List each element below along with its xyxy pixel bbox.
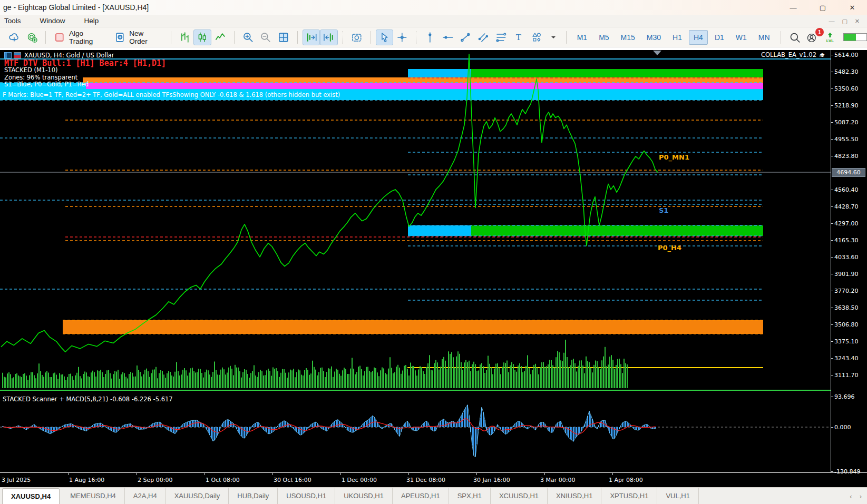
window-title: ge - Eightcap Global Limited - [XAUUSD,H… [3,3,149,12]
camera-icon[interactable] [348,29,366,45]
price-axis-tick: 4033.60 [834,254,859,261]
time-axis-tick-mark [476,473,477,475]
timeframe-mn-button[interactable]: MN [754,30,775,45]
menu-window[interactable]: Window [40,17,65,25]
toolbar-separator [343,31,343,44]
auto-scroll-icon[interactable] [303,29,320,45]
profile-icon[interactable]: 1 [803,29,821,45]
zones-text: Zones: 96% transparent [4,74,77,81]
price-axis-tick-mark [831,341,833,342]
symbol-tab-usousd-h1[interactable]: USOUSD,H1 [278,488,335,504]
symbol-tab-xauusd-daily[interactable]: XAUUSD,Daily [166,488,229,504]
chart-shift-icon[interactable] [320,29,338,45]
symbol-tab-xniusd-h1[interactable]: XNIUSD,H1 [548,488,601,504]
child-close-button[interactable]: ✕ [855,18,860,25]
fibonacci-icon[interactable] [492,29,510,45]
time-axis-tick-mark [408,473,409,475]
graduation-cap-icon[interactable]: 🎓︎ [819,51,825,58]
child-minimize-button[interactable]: — [829,18,834,24]
zone-green-top [471,69,763,77]
cloud-upload-icon[interactable] [5,29,23,45]
algo-trading-button[interactable]: Algo Trading [51,29,111,45]
cursor-icon[interactable] [376,29,394,45]
price-axis-tick: 3111.70 [834,372,859,379]
symbol-tab-apeusd-h1[interactable]: APEUSD,H1 [393,488,449,504]
price-axis-tick: 4955.50 [834,136,859,143]
timeframe-m5-button[interactable]: M5 [594,30,613,45]
timeframe-h1-button[interactable]: H1 [668,30,687,45]
price-axis-tick-mark [831,190,833,190]
menu-help[interactable]: Help [84,17,99,25]
crosshair-icon[interactable] [393,29,411,45]
price-axis-tick: 5218.90 [834,102,859,109]
timeframe-m15-button[interactable]: M15 [616,30,640,45]
price-axis-tick: 3901.90 [834,271,859,278]
timeframe-m1-button[interactable]: M1 [572,30,592,45]
toolbar-separator [781,31,781,44]
zoom-in-icon[interactable] [239,29,257,45]
community-icon[interactable] [23,29,41,45]
shapes-icon[interactable] [528,29,545,45]
price-axis-tick: 4297.00 [834,220,859,227]
symbol-tab-memeusd-h4[interactable]: MEMEUSD,H4 [62,488,125,504]
indicator-axis-tick-mark [831,397,833,397]
symbol-tab-xptusd-h1[interactable]: XPTUSD,H1 [601,488,657,504]
lvl-icon[interactable]: LVL [821,29,839,45]
price-axis-tick-mark [831,72,833,72]
chart-region[interactable] [0,50,867,487]
menu-tools[interactable]: Tools [4,17,21,25]
symbol-tab-vul-h1[interactable]: VUL,H1 [657,488,699,504]
price-axis-tick-mark [831,55,833,55]
symbol-title: XAUUSD, H4: Gold / US Dollar [4,52,114,59]
tab-scroll-arrows: ‹› [850,488,862,504]
price-axis-tick-mark [831,88,833,89]
symbol-tab-a2a-h4[interactable]: A2A,H4 [125,488,166,504]
child-window-controls: —▢✕ [829,15,860,27]
time-axis-tick-mark [68,473,69,475]
time-axis-label: 3 Jul 2025 [2,477,31,483]
horizontal-line-icon[interactable] [439,29,457,45]
pane-separator[interactable] [0,390,831,391]
algo-trading-label: Algo Trading [69,29,109,45]
close-button[interactable]: ✕ [837,0,867,15]
symbol-tab-xauusd-h4[interactable]: XAUUSD,H4 [2,488,60,504]
price-axis-tick: 3243.40 [834,355,859,362]
symbol-tab-xcuusd-h1[interactable]: XCUUSD,H1 [491,488,548,504]
vertical-line-icon[interactable] [421,29,439,45]
timeframe-h4-button[interactable]: H4 [689,30,708,45]
text-icon[interactable]: T [510,29,528,45]
price-axis-tick-mark [831,375,833,375]
new-order-button[interactable]: New Order [111,29,166,45]
maximize-button[interactable]: ▢ [808,0,837,15]
indicator-axis-tick: 93.696 [834,393,855,400]
time-axis[interactable]: 3 Jul 20251 Aug 16:002 Sep 00:001 Oct 08… [0,472,867,487]
window-controls: — ▢ ✕ [778,0,867,15]
price-axis-tick-mark [831,358,833,359]
toolbar-separator [234,31,235,44]
channel-icon[interactable] [474,29,492,45]
symbol-tab-spx-h1[interactable]: SPX,H1 [449,488,491,504]
symbol-tab-ukousd-h1[interactable]: UKOUSD,H1 [335,488,393,504]
trendline-icon[interactable] [456,29,474,45]
time-axis-tick-mark [137,473,137,475]
indicator-axis-tick-mark [831,471,833,472]
symbol-tab-hub-daily[interactable]: HUB,Daily [229,488,278,504]
time-axis-label: 1 Dec 00:00 [342,477,377,483]
minimize-button[interactable]: — [778,0,808,15]
bar-chart-icon[interactable] [176,29,194,45]
timeframe-d1-button[interactable]: D1 [710,30,729,45]
child-restore-button[interactable]: ▢ [842,18,847,25]
toolbar-separator [45,31,46,44]
dropdown-arrow-icon[interactable] [545,29,561,45]
tabs-scroll-right-icon[interactable]: › [860,492,862,500]
search-icon[interactable] [786,29,804,45]
tabs-scroll-left-icon[interactable]: ‹ [850,492,852,500]
zoom-out-icon[interactable] [257,29,275,45]
volume-histogram [3,340,627,388]
chart-canvas[interactable] [0,50,867,487]
timeframe-m30-button[interactable]: M30 [642,30,666,45]
line-chart-icon[interactable] [211,29,229,45]
candlestick-icon[interactable] [193,29,211,45]
tile-windows-icon[interactable] [275,29,293,45]
timeframe-w1-button[interactable]: W1 [731,30,752,45]
